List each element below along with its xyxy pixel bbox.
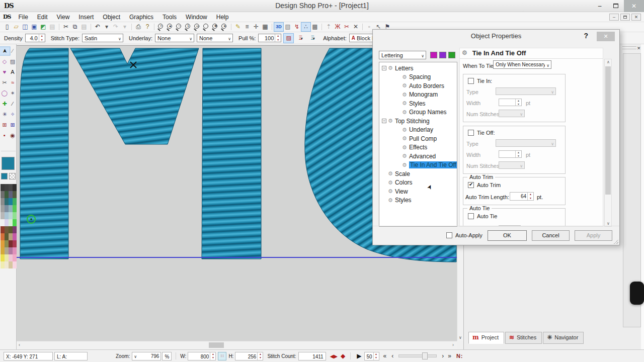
color-swatch[interactable] (5, 254, 9, 261)
menu-item[interactable]: Object (98, 13, 125, 22)
help-button[interactable]: ? (143, 23, 152, 31)
color-swatch[interactable] (9, 226, 13, 233)
color-swatch[interactable] (9, 212, 13, 219)
cut-stitch-tool[interactable]: ✂ (1, 77, 9, 88)
color-block-tool[interactable]: ▪ (1, 130, 9, 141)
underlay-select-2[interactable]: None (197, 34, 233, 42)
tree-item-tie-in-and-tie-off[interactable]: Tie In And Tie Off (379, 161, 457, 170)
auto-apply-checkbox[interactable] (446, 232, 452, 238)
digitize-fill-tool[interactable]: ♥ (1, 67, 9, 77)
menu-item[interactable]: Graphics (125, 13, 158, 22)
zoom-value[interactable]: 796 (138, 353, 159, 359)
color-swatch[interactable] (5, 205, 9, 212)
redo-button[interactable]: ↷ (111, 23, 120, 31)
undo-dropdown[interactable]: ▾ (102, 23, 111, 31)
tree-item-effects[interactable]: Effects (379, 143, 457, 152)
delete-stitches-button[interactable]: ✕ (351, 23, 360, 31)
tree-item-letters[interactable]: Letters (379, 64, 457, 73)
scroll-down-icon[interactable]: ∨ (607, 221, 610, 226)
lasso-select-tool[interactable]: ◇ (1, 56, 9, 67)
tree-item-top-stitching[interactable]: Top Stitching (379, 117, 457, 126)
redo-dropdown[interactable]: ▾ (120, 23, 129, 31)
separator[interactable] (152, 23, 156, 31)
zoom-in-button[interactable]: + (156, 23, 166, 31)
mdi-close-button[interactable]: ✕ (631, 14, 641, 21)
color-swatch[interactable] (13, 226, 17, 233)
color-swatch[interactable] (13, 219, 17, 226)
menu-item[interactable]: Tools (158, 13, 181, 22)
color-swatch[interactable] (5, 184, 9, 191)
color-swatch[interactable] (9, 240, 13, 247)
color-swatch[interactable] (13, 240, 17, 247)
tree-item-advanced[interactable]: Advanced (379, 152, 457, 161)
center-hoop-tool[interactable]: ⊞ (9, 120, 17, 130)
height-value[interactable]: 256 (235, 352, 257, 360)
color-swatch[interactable] (13, 191, 17, 198)
menu-item[interactable]: File (14, 13, 32, 22)
manual-stitch-tool[interactable]: ≈ (9, 77, 17, 88)
line-tool[interactable]: ∕ (9, 99, 17, 109)
color-swatch[interactable] (9, 247, 13, 254)
color-swatch[interactable] (1, 198, 5, 205)
color-swatch[interactable] (13, 233, 17, 240)
scroll-down-icon[interactable]: ∨ (459, 335, 462, 340)
pull-percent-stepper[interactable]: 100 ▲▼ (258, 34, 281, 42)
tie-off-checkbox[interactable] (468, 130, 474, 136)
mesh-button[interactable]: ▩ (310, 23, 319, 31)
tree-item-styles[interactable]: Styles (379, 99, 457, 108)
color-swatch[interactable] (9, 233, 13, 240)
style-paste-icon[interactable] (448, 52, 455, 58)
monogram-tool[interactable]: ◉ (9, 130, 17, 141)
color-swatch[interactable] (5, 233, 9, 240)
menu-item[interactable]: Window (181, 13, 212, 22)
color-swatch[interactable] (13, 184, 17, 191)
stitch-points-button[interactable]: ∴ (301, 23, 310, 31)
ok-button[interactable]: OK (488, 230, 527, 241)
cut-button[interactable]: ✂ (61, 23, 70, 31)
height-stepper[interactable]: 256 ▲▼ (235, 352, 263, 360)
density-value[interactable]: 4.0 (26, 34, 39, 42)
zoom-actual-button[interactable]: 1 (184, 23, 193, 31)
tree-item-spacing[interactable]: Spacing (379, 73, 457, 82)
redraw-button[interactable]: ↯ (292, 23, 301, 31)
dialog-help-button[interactable]: ? (584, 32, 588, 40)
menu-item[interactable]: Edit (33, 13, 52, 22)
save-button[interactable]: ▣ (30, 23, 39, 31)
undo-button[interactable]: ↶ (93, 23, 102, 31)
position-slider[interactable] (398, 354, 437, 357)
color-swatch[interactable] (5, 191, 9, 198)
expand-icon[interactable] (382, 119, 386, 123)
node-edit-tool[interactable]: ✳ (1, 109, 9, 120)
ruler-button[interactable]: ≡ (243, 23, 252, 31)
color-swatch[interactable] (5, 261, 9, 268)
dialog-scroll-thumb[interactable] (605, 66, 611, 195)
center-design-tool[interactable]: ⊞ (1, 120, 9, 130)
solid-color-swatch[interactable] (1, 173, 8, 179)
color-swatch[interactable] (5, 240, 9, 247)
color-swatch[interactable] (5, 247, 9, 254)
color-swatch[interactable] (1, 247, 5, 254)
stitch-type-select[interactable]: Satin (82, 34, 123, 42)
style-save-icon[interactable] (430, 52, 437, 58)
tree-item-view[interactable]: View (379, 187, 457, 196)
tree-item-styles-2[interactable]: Styles (379, 196, 457, 205)
density-effect-button[interactable]: Ξ▾ (296, 34, 305, 43)
trim-button[interactable]: ✂ (342, 23, 351, 31)
go-first-button[interactable]: « (383, 352, 387, 359)
separator[interactable] (360, 23, 365, 31)
tree-item-underlay[interactable]: Underlay (379, 126, 457, 135)
stitch-edit-tool[interactable]: ▨ (9, 56, 17, 67)
mdi-restore-button[interactable] (620, 14, 630, 21)
grid-button[interactable]: ▦ (261, 23, 270, 31)
color-swatch[interactable] (9, 261, 13, 268)
view-image-button[interactable]: ▧ (283, 23, 292, 31)
menu-item[interactable]: Insert (74, 13, 98, 22)
lettering-tool[interactable]: A (9, 67, 17, 77)
tree-item-group-names[interactable]: Group Names (379, 108, 457, 117)
jump-marker-icon[interactable]: ◆ (341, 352, 345, 359)
scroll-right-icon[interactable]: › (452, 342, 454, 347)
machine-button[interactable]: Ж (333, 23, 342, 31)
tab-navigator[interactable]: ✳ Navigator (543, 332, 584, 344)
close-button[interactable]: ✕ (624, 0, 644, 12)
tree-item-auto-borders[interactable]: Auto Borders (379, 81, 457, 90)
